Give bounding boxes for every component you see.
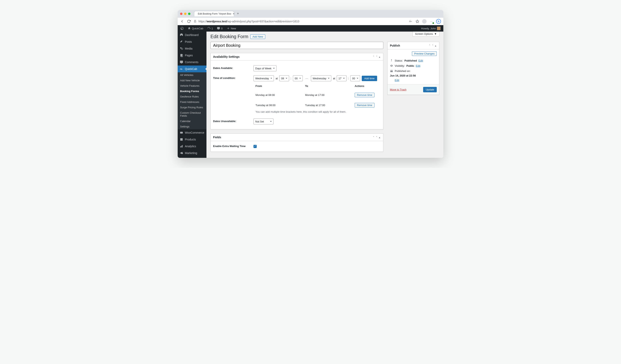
submenu-surge-pricing[interactable]: Surge Pricing Rules — [178, 105, 207, 110]
sidebar-item-analytics[interactable]: Analytics — [178, 143, 207, 150]
move-down-icon[interactable]: ˅ — [431, 44, 434, 47]
screen-options-toggle[interactable]: Screen Options ▼ — [413, 32, 439, 36]
move-up-icon[interactable]: ˄ — [429, 44, 431, 47]
svg-rect-8 — [180, 132, 183, 134]
browser-tab[interactable]: Edit Booking Form "Airport Boo ✕ — [194, 11, 234, 16]
published-value: Jun 14, 2020 at 22:56 — [390, 74, 416, 77]
submenu-vehicle-features[interactable]: Vehicle Features — [178, 83, 207, 89]
sidebar-item-marketing[interactable]: Marketing — [178, 150, 207, 157]
preview-changes-button[interactable]: Preview Changes — [412, 51, 437, 56]
availability-panel: Availability Settings ˄ ˅ ▴ Dates Availa… — [210, 53, 383, 129]
new-content-link[interactable]: New — [225, 27, 238, 30]
calendar-icon — [390, 69, 393, 73]
sidebar-item-media[interactable]: Media — [178, 45, 207, 52]
svg-rect-13 — [390, 70, 393, 72]
sidebar-item-woocommerce[interactable]: WooCommerce — [178, 129, 207, 136]
remove-time-button[interactable]: Remove time — [355, 103, 375, 108]
sidebar-item-dashboard[interactable]: Dashboard — [178, 32, 207, 38]
wp-admin-frame: QuickCab 1 0 New Howdy, John Dashboard P… — [178, 25, 443, 158]
browser-window: Edit Booking Form "Airport Boo ✕ + https… — [178, 10, 443, 158]
address-bar[interactable]: https://wordpress.test/wp-admin/post.php… — [194, 20, 406, 23]
back-button[interactable] — [180, 19, 184, 23]
waiting-time-label: Enable Extra Waiting Time — [213, 145, 251, 148]
submenu-booking-forms[interactable]: Booking Forms — [178, 89, 207, 94]
time-to-value: Monday at 17:00 — [305, 94, 355, 96]
toggle-panel-icon[interactable]: ▴ — [379, 136, 381, 139]
submenu-custom-checkout[interactable]: Custom Checkout Fields — [178, 110, 207, 118]
post-title-input[interactable] — [210, 42, 383, 49]
add-time-button[interactable]: Add time — [362, 76, 377, 81]
move-up-icon[interactable]: ˄ — [373, 136, 375, 139]
col-from-header: From — [256, 84, 305, 88]
more-button[interactable]: ··· — [429, 19, 433, 23]
wp-logo[interactable] — [179, 27, 185, 30]
at-text-2: at — [333, 77, 335, 80]
from-day-select[interactable]: Wednesday — [254, 75, 274, 81]
availability-panel-header[interactable]: Availability Settings ˄ ˅ ▴ — [211, 53, 383, 61]
dates-available-select[interactable]: Days of Week — [254, 65, 276, 71]
submenu-all-vehicles[interactable]: All Vehicles — [178, 72, 207, 78]
sidebar-item-products[interactable]: Products — [178, 136, 207, 143]
move-to-trash-link[interactable]: Move to Trash — [390, 88, 406, 91]
window-zoom-button[interactable] — [188, 13, 190, 15]
edit-date-link[interactable]: Edit — [395, 79, 437, 82]
to-day-select[interactable]: Wednesday — [311, 75, 331, 81]
submenu-settings[interactable]: Settings — [178, 124, 207, 129]
publish-panel-header[interactable]: Publish ˄ ˅ ▴ — [388, 42, 439, 49]
new-tab-button[interactable]: + — [237, 12, 239, 16]
user-greeting[interactable]: Howdy, John — [419, 27, 442, 30]
reading-mode-icon[interactable]: A» — [409, 19, 413, 23]
to-min-select[interactable]: 00 — [350, 75, 360, 81]
site-name-link[interactable]: QuickCab — [186, 27, 205, 30]
pin-icon — [390, 59, 393, 62]
col-actions-header: Actions — [355, 84, 379, 88]
publish-panel-title: Publish — [390, 44, 400, 47]
edit-status-link[interactable]: Edit — [418, 59, 423, 62]
add-new-button[interactable]: Add New — [250, 34, 265, 39]
submenu-geofence-rules[interactable]: Geofence Rules — [178, 94, 207, 99]
move-down-icon[interactable]: ˅ — [376, 55, 378, 58]
remove-time-button[interactable]: Remove time — [355, 93, 375, 97]
move-up-icon[interactable]: ˄ — [373, 55, 375, 58]
fields-panel-header[interactable]: Fields ˄ ˅ ▴ — [211, 134, 383, 141]
sidebar-item-comments[interactable]: Comments — [178, 59, 207, 65]
page-title: Edit Booking Form — [210, 34, 248, 39]
submenu-add-vehicle[interactable]: Add New Vehicle — [178, 78, 207, 83]
toggle-panel-icon[interactable]: ▴ — [434, 44, 437, 47]
toggle-panel-icon[interactable]: ▴ — [379, 55, 381, 58]
window-minimize-button[interactable] — [184, 13, 187, 15]
from-min-select[interactable]: 00 — [293, 75, 303, 81]
waiting-time-checkbox[interactable] — [254, 145, 257, 148]
traffic-lights — [180, 13, 190, 15]
colon-text-2: : — [348, 77, 349, 80]
refresh-button[interactable] — [187, 19, 191, 23]
to-hour-select[interactable]: 17 — [337, 75, 346, 81]
svg-rect-12 — [182, 145, 183, 147]
update-button[interactable]: Update — [423, 87, 437, 92]
time-row: Tuesday at 08:00 Tuesday at 17:00 Remove… — [254, 100, 381, 110]
visibility-label: Visibility: — [395, 64, 405, 67]
close-tab-icon[interactable]: ✕ — [233, 12, 235, 15]
updates-link[interactable]: 1 — [206, 27, 214, 30]
admin-sidebar: Dashboard Posts Media Pages Comments Qui… — [178, 32, 207, 158]
bing-icon[interactable]: b — [436, 19, 441, 24]
comments-link[interactable]: 0 — [215, 27, 224, 30]
submenu-fixed-addresses[interactable]: Fixed Addresses — [178, 99, 207, 105]
sidebar-item-pages[interactable]: Pages — [178, 52, 207, 59]
dates-unavailable-select[interactable]: Not Set — [254, 118, 274, 125]
profile-button[interactable] — [422, 19, 427, 24]
submenu-calendar[interactable]: Calendar — [178, 118, 207, 124]
sidebar-item-quickcab[interactable]: QuickCab — [178, 65, 207, 72]
published-label: Published on: — [395, 69, 411, 73]
sidebar-item-posts[interactable]: Posts — [178, 38, 207, 45]
edit-visibility-link[interactable]: Edit — [416, 64, 420, 67]
window-close-button[interactable] — [180, 13, 182, 15]
move-down-icon[interactable]: ˅ — [376, 136, 378, 139]
browser-tab-strip: Edit Booking Form "Airport Boo ✕ + — [178, 10, 443, 17]
dates-unavailable-label: Dates Unavailable: — [213, 118, 251, 123]
from-hour-select[interactable]: 08 — [279, 75, 289, 81]
favorite-icon[interactable] — [415, 19, 419, 23]
tab-title: Edit Booking Form "Airport Boo — [198, 12, 231, 15]
time-condition-label: Time of condition: — [213, 75, 251, 79]
panel-order-controls: ˄ ˅ ▴ — [373, 55, 381, 58]
